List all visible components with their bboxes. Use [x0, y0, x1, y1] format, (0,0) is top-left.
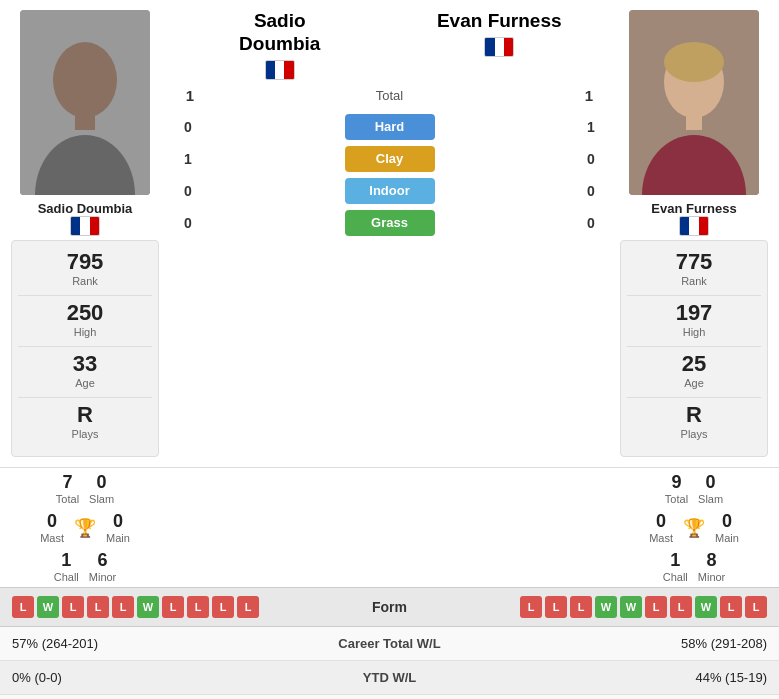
center-column: Sadio Doumbia Evan Furness — [170, 10, 609, 242]
right-minor: 8 Minor — [698, 550, 726, 583]
form-left: L W L L L W L L L L — [12, 596, 330, 618]
surface-hard: 0 Hard 1 — [178, 114, 601, 140]
player-right-name: Evan Furness — [651, 201, 736, 216]
form-badge-l2: L — [62, 596, 84, 618]
player-left-high-value: 250 — [67, 300, 104, 326]
right-detailed: 9 Total 0 Slam 0 Mast 🏆 0 Main — [609, 472, 779, 583]
career-right-val: 58% (291-208) — [544, 627, 779, 661]
right-main: 0 Main — [715, 511, 739, 544]
form-r-l7: L — [745, 596, 767, 618]
indoor-left: 0 — [178, 183, 198, 199]
grass-right: 0 — [581, 215, 601, 231]
right-mast: 0 Mast — [649, 511, 673, 544]
right-chall: 1 Chall — [663, 550, 688, 583]
clay-right: 0 — [581, 151, 601, 167]
form-r-w3: W — [695, 596, 717, 618]
total-label: Total — [376, 88, 403, 103]
player-right-rank-value: 775 — [676, 249, 713, 275]
form-r-l1: L — [520, 596, 542, 618]
form-badge-l4: L — [112, 596, 134, 618]
surface-rows: 0 Hard 1 1 Clay 0 0 Indoor 0 0 Grass — [170, 114, 609, 242]
player-right-age-value: 25 — [682, 351, 706, 377]
form-badge-l6: L — [187, 596, 209, 618]
right-total: 9 Total — [665, 472, 688, 505]
stat-row-prize: $3,635 Career Prize Money $5,730 — [0, 695, 779, 700]
form-badge-w2: W — [137, 596, 159, 618]
right-row2: 0 Mast 🏆 0 Main — [649, 511, 739, 544]
player-right-age-label: Age — [684, 377, 704, 389]
left-detailed: 7 Total 0 Slam 0 Mast 🏆 0 Main — [0, 472, 170, 583]
form-section: L W L L L W L L L L Form L L L W W L L W… — [0, 587, 779, 627]
clay-btn[interactable]: Clay — [345, 146, 435, 172]
left-row2: 0 Mast 🏆 0 Main — [40, 511, 130, 544]
clay-left: 1 — [178, 151, 198, 167]
player-left-photo — [20, 10, 150, 195]
player-left-rank-box: 795 Rank — [18, 249, 152, 287]
left-total: 7 Total — [56, 472, 79, 505]
svg-point-2 — [53, 42, 117, 118]
total-row: 1 Total 1 — [170, 87, 609, 104]
left-chall: 1 Chall — [54, 550, 79, 583]
left-row1: 7 Total 0 Slam — [56, 472, 114, 505]
player-left-name: Sadio Doumbia — [38, 201, 133, 216]
form-r-w1: W — [595, 596, 617, 618]
form-badge-l7: L — [212, 596, 234, 618]
player-right-plays-value: R — [686, 402, 702, 428]
career-left-val: 57% (264-201) — [0, 627, 235, 661]
right-row1: 9 Total 0 Slam — [665, 472, 723, 505]
player-left: Sadio Doumbia 795 Rank 250 High — [0, 10, 170, 457]
right-slam: 0 Slam — [698, 472, 723, 505]
prize-label: Career Prize Money — [235, 695, 544, 700]
player-right: Evan Furness 775 Rank 197 High — [609, 10, 779, 457]
player-left-plays-value: R — [77, 402, 93, 428]
player-right-photo — [629, 10, 759, 195]
form-r-l4: L — [645, 596, 667, 618]
center-left-name: Sadio Doumbia — [170, 10, 390, 83]
total-right-score: 1 — [579, 87, 599, 104]
stat-row-ytd: 0% (0-0) YTD W/L 44% (15-19) — [0, 661, 779, 695]
svg-rect-7 — [686, 112, 702, 130]
stat-row-career: 57% (264-201) Career Total W/L 58% (291-… — [0, 627, 779, 661]
player-left-flag — [70, 216, 100, 236]
form-badge-l1: L — [12, 596, 34, 618]
player-right-rank-label: Rank — [681, 275, 707, 287]
player-left-plays-label: Plays — [72, 428, 99, 440]
form-r-l2: L — [545, 596, 567, 618]
svg-rect-3 — [75, 110, 95, 130]
hard-left: 0 — [178, 119, 198, 135]
surface-grass: 0 Grass 0 — [178, 210, 601, 236]
right-row3: 1 Chall 8 Minor — [663, 550, 726, 583]
player-right-stats: 775 Rank 197 High 25 Age R — [620, 240, 768, 457]
detailed-stats-row: 7 Total 0 Slam 0 Mast 🏆 0 Main — [0, 467, 779, 587]
form-badge-l5: L — [162, 596, 184, 618]
career-label: Career Total W/L — [235, 627, 544, 661]
player-left-age-value: 33 — [73, 351, 97, 377]
player-comparison: Sadio Doumbia 795 Rank 250 High — [0, 0, 779, 467]
prize-left-val: $3,635 — [0, 695, 235, 700]
player-left-rank-value: 795 — [67, 249, 104, 275]
total-left-score: 1 — [180, 87, 200, 104]
player-right-age-box: 25 Age — [627, 351, 761, 389]
player-right-flag — [679, 216, 709, 236]
player-right-rank-box: 775 Rank — [627, 249, 761, 287]
player-right-plays-label: Plays — [681, 428, 708, 440]
form-r-w2: W — [620, 596, 642, 618]
player-left-rank-label: Rank — [72, 275, 98, 287]
ytd-left-val: 0% (0-0) — [0, 661, 235, 695]
form-badge-w1: W — [37, 596, 59, 618]
center-right-name: Evan Furness — [390, 10, 610, 60]
indoor-btn[interactable]: Indoor — [345, 178, 435, 204]
ytd-right-val: 44% (15-19) — [544, 661, 779, 695]
form-right: L L L W W L L W L L — [450, 596, 768, 618]
grass-btn[interactable]: Grass — [345, 210, 435, 236]
center-right-flag — [484, 37, 514, 57]
form-r-l3: L — [570, 596, 592, 618]
player-right-high-box: 197 High — [627, 300, 761, 338]
form-r-l5: L — [670, 596, 692, 618]
player-left-age-label: Age — [75, 377, 95, 389]
form-badge-l3: L — [87, 596, 109, 618]
hard-btn[interactable]: Hard — [345, 114, 435, 140]
page-container: Sadio Doumbia 795 Rank 250 High — [0, 0, 779, 699]
form-r-l6: L — [720, 596, 742, 618]
left-slam: 0 Slam — [89, 472, 114, 505]
